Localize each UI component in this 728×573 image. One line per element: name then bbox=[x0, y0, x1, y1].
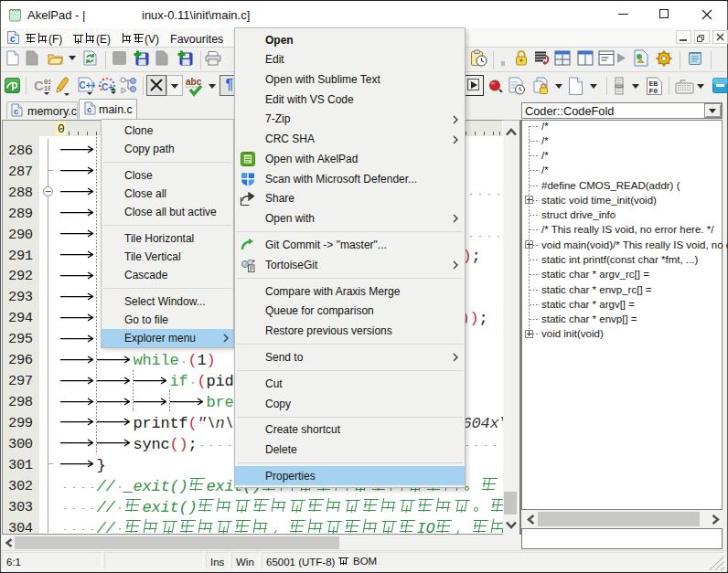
svg-text:F0: F0 bbox=[649, 87, 658, 95]
svg-text:C: C bbox=[34, 78, 44, 93]
svg-text:C+: C+ bbox=[102, 82, 113, 92]
svg-text:abc: abc bbox=[186, 77, 202, 87]
svg-text:c: c bbox=[14, 106, 18, 116]
svg-text:c: c bbox=[10, 34, 16, 44]
svg-text:10: 10 bbox=[44, 85, 50, 92]
svg-text:C++: C++ bbox=[80, 80, 96, 90]
svg-text:c: c bbox=[87, 104, 91, 114]
